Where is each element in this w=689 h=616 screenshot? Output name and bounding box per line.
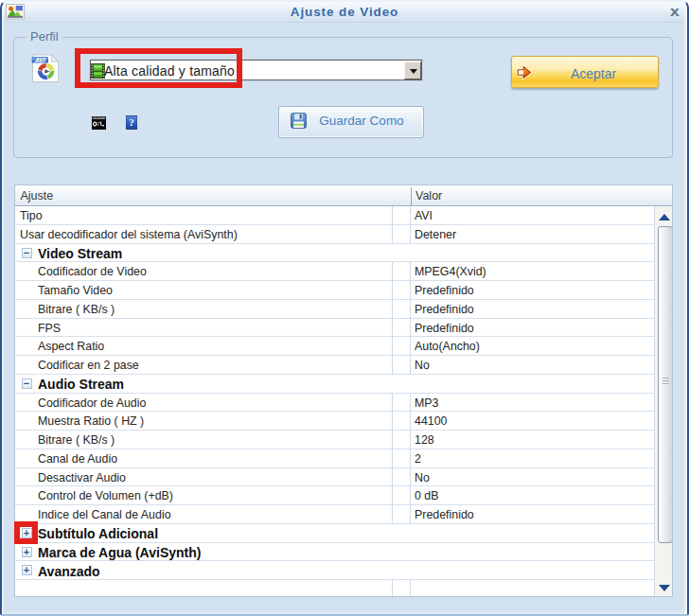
svg-text:AVI: AVI <box>34 57 45 63</box>
svg-text:?: ? <box>129 116 134 128</box>
